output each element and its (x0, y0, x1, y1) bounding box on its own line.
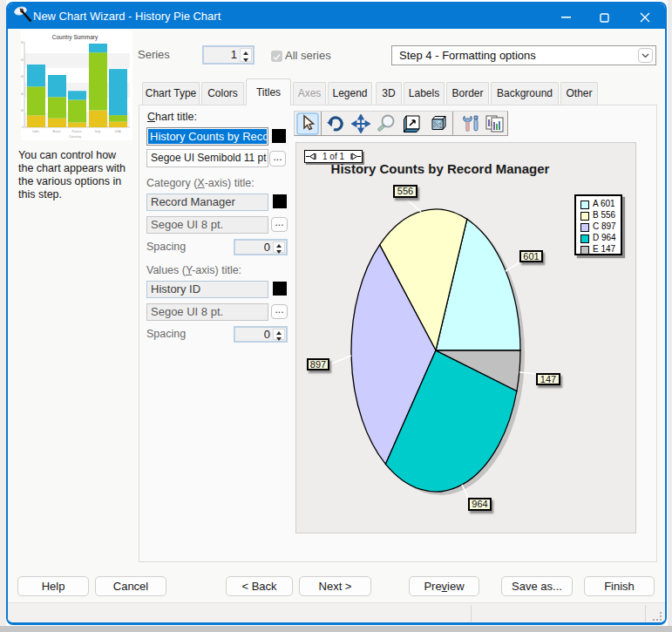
svg-text:25,000: 25,000 (21, 41, 24, 44)
svg-text:France: France (72, 130, 82, 133)
svg-text:5,000: 5,000 (21, 109, 24, 112)
svg-text:0: 0 (22, 126, 24, 129)
svg-text:USA: USA (114, 130, 121, 133)
svg-text:Brazil: Brazil (53, 130, 61, 133)
svg-text:India: India (32, 130, 39, 133)
svg-text:Country: Country (69, 134, 81, 139)
svg-text:3d: 3d (432, 120, 443, 130)
svg-text:Country Summary: Country Summary (52, 34, 98, 41)
svg-text:Italy: Italy (95, 130, 101, 133)
svg-text:20,000: 20,000 (21, 58, 24, 62)
svg-text:10,000: 10,000 (21, 92, 24, 96)
svg-text:15,000: 15,000 (21, 75, 24, 78)
